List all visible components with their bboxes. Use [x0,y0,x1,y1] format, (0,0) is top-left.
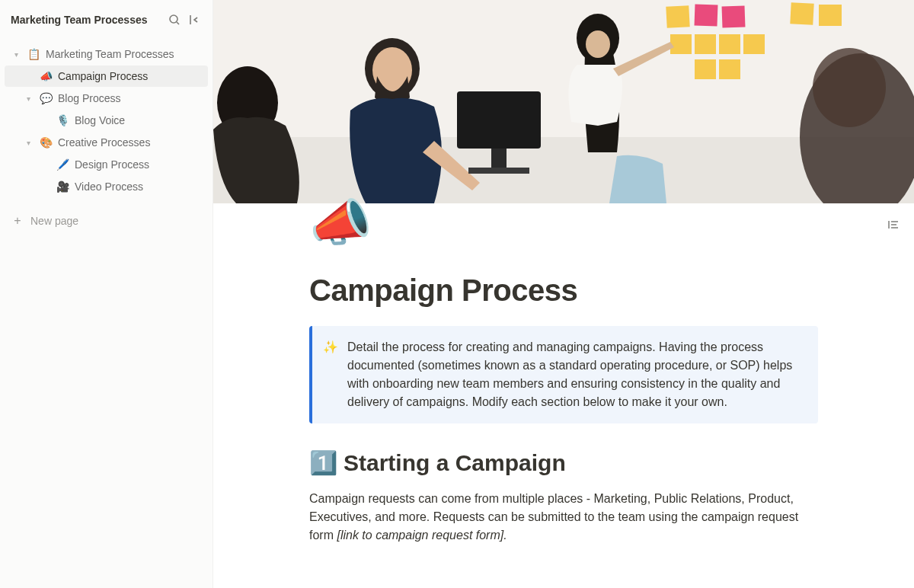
svg-rect-24 [491,149,507,168]
sidebar-item-video-process[interactable]: ▾ 🎥 Video Process [5,176,208,197]
svg-rect-6 [695,4,718,26]
callout-block[interactable]: ✨ Detail the process for creating and ma… [309,326,818,423]
sidebar-item-label: Creative Processes [58,136,150,149]
sidebar-item-campaign-process[interactable]: ▾ 📣 Campaign Process [5,66,208,87]
section-heading-starting-campaign[interactable]: 1️⃣ Starting a Campaign [309,449,818,476]
sidebar-item-creative-processes[interactable]: ▾ 🎨 Creative Processes [5,132,208,153]
svg-rect-9 [819,5,842,26]
sparkles-icon: ✨ [323,338,338,411]
body-text-link-placeholder: [link to campaign request form]. [337,529,507,542]
sidebar-header: Marketing Team Processes [0,0,213,37]
svg-rect-15 [719,59,740,79]
sidebar-item-label: Blog Process [58,92,120,104]
chevron-down-icon[interactable]: ▾ [9,47,23,61]
cover-image[interactable] [213,0,914,203]
sidebar-item-label: Blog Voice [75,114,125,126]
sidebar-item-label: Video Process [75,181,143,193]
workspace-title[interactable]: Marketing Team Processes [11,14,164,26]
sidebar-item-blog-voice[interactable]: ▾ 🎙️ Blog Voice [5,110,208,131]
svg-rect-8 [790,2,813,25]
svg-point-22 [813,48,886,127]
new-page-button[interactable]: + New page [0,210,213,232]
section-heading-text: Starting a Campaign [344,450,566,476]
pen-icon: 🖊️ [55,158,70,171]
collapse-sidebar-icon[interactable] [185,11,203,29]
sidebar-item-marketing-team-processes[interactable]: ▾ 📋 Marketing Team Processes [5,43,208,65]
page-title[interactable]: Campaign Process [309,273,818,308]
search-icon[interactable] [165,11,184,29]
svg-rect-25 [468,168,529,174]
page-outline-button[interactable] [882,213,905,236]
svg-rect-23 [457,91,541,149]
megaphone-icon: 📣 [38,70,53,82]
palette-icon: 🎨 [38,136,53,149]
svg-rect-13 [743,34,765,54]
svg-rect-10 [670,34,692,54]
body-paragraph[interactable]: Campaign requests can come from multiple… [309,490,818,545]
new-page-label: New page [30,215,78,227]
svg-point-17 [586,30,610,58]
sidebar-item-label: Campaign Process [58,70,148,82]
svg-rect-14 [695,59,716,79]
camera-icon: 🎥 [55,181,70,193]
page-content: 📣 Campaign Process ✨ Detail the process … [294,203,833,588]
sidebar: Marketing Team Processes ▾ 📋 Marketing T… [0,0,213,588]
sidebar-item-design-process[interactable]: ▾ 🖊️ Design Process [5,154,208,175]
plus-icon: + [11,214,24,228]
svg-rect-12 [719,34,740,54]
keycap-one-icon: 1️⃣ [309,449,337,476]
svg-rect-7 [722,5,746,27]
chevron-down-icon[interactable]: ▾ [21,91,35,105]
main-content: 📣 Campaign Process ✨ Detail the process … [213,0,914,588]
callout-text: Detail the process for creating and mana… [347,338,804,411]
svg-line-1 [177,22,179,24]
page-icon[interactable]: 📣 [309,197,372,248]
sidebar-item-blog-process[interactable]: ▾ 💬 Blog Process [5,88,208,109]
sidebar-item-label: Design Process [75,158,149,171]
svg-point-0 [170,15,177,23]
microphone-icon: 🎙️ [55,114,70,126]
svg-rect-5 [666,5,689,28]
sidebar-item-label: Marketing Team Processes [46,48,174,60]
clipboard-icon: 📋 [26,48,41,60]
nav-tree: ▾ 📋 Marketing Team Processes ▾ 📣 Campaig… [0,37,213,204]
svg-rect-11 [695,34,716,54]
speech-bubble-icon: 💬 [38,92,53,104]
chevron-down-icon[interactable]: ▾ [21,136,35,149]
